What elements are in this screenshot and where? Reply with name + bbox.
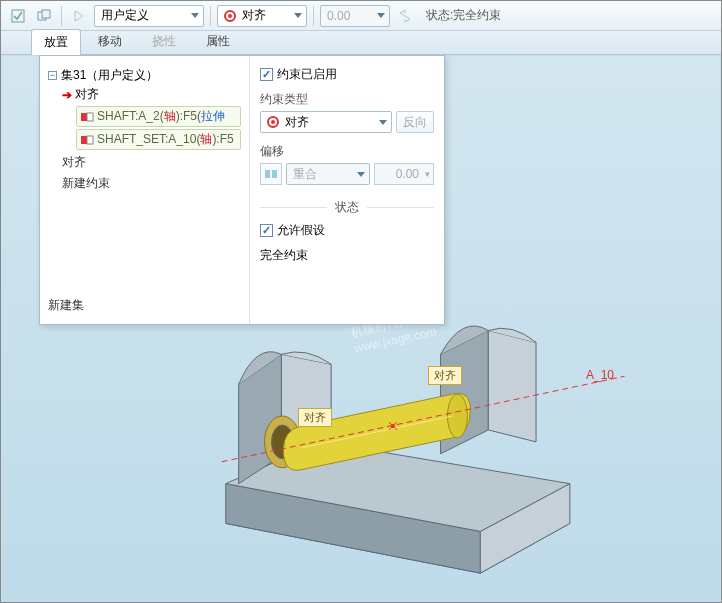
reference-2[interactable]: SHAFT_SET:A_10(轴):F5 [76,129,241,150]
svg-rect-22 [87,136,93,144]
axis-label: A_10 [586,368,614,382]
ref-text: SHAFT_SET:A_10(轴):F5 [97,131,234,148]
tree-item-align[interactable]: 对齐 [62,152,241,173]
align-icon [267,116,279,128]
constraint-tree: − 集31（用户定义） ➔ 对齐 SHAFT:A_2(轴):F5(拉伸 SHAF… [48,66,241,194]
tab-properties[interactable]: 属性 [193,28,243,54]
ref-icon [80,110,94,124]
checkbox-icon: ✓ [260,224,273,237]
svg-rect-24 [272,170,277,178]
new-set-link[interactable]: 新建集 [48,289,241,314]
tab-placement[interactable]: 放置 [31,29,81,55]
combo-text: 用户定义 [101,7,149,24]
chevron-down-icon [377,13,385,18]
constraint-type-combo[interactable]: 对齐 [260,111,392,133]
constraint-tag-1[interactable]: 对齐 [298,408,332,427]
collapse-icon[interactable]: − [48,71,57,80]
separator [61,6,62,26]
chevron-down-icon [191,13,199,18]
separator [313,6,314,26]
active-arrow-icon: ➔ [62,88,72,102]
combo-text: 对齐 [242,7,266,24]
offset-type-icon [260,163,282,185]
svg-rect-0 [12,10,24,22]
ref-text: SHAFT:A_2(轴):F5(拉伸 [97,108,225,125]
num-text: 0.00 [327,9,350,23]
toolbar-btn-2[interactable] [33,5,55,27]
svg-line-3 [400,13,410,19]
chevron-down-icon [357,172,365,177]
panel-left: − 集31（用户定义） ➔ 对齐 SHAFT:A_2(轴):F5(拉伸 SHAF… [40,56,250,324]
svg-rect-2 [42,10,50,18]
offset-value-input: 0.00 [374,163,434,185]
tab-move[interactable]: 移动 [85,28,135,54]
ref-icon [80,133,94,147]
svg-rect-21 [81,136,87,144]
chevron-down-icon [294,13,302,18]
toolbar: 用户定义 对齐 0.00 状态:完全约束 [1,1,721,31]
tree-item-label: 对齐 [75,86,99,103]
toolbar-btn-play[interactable] [68,5,90,27]
status-label: 状态:完全约束 [426,7,501,24]
toolbar-btn-1[interactable] [7,5,29,27]
offset-combo: 重合 [286,163,370,185]
checkbox-icon: ✓ [260,68,273,81]
state-header: 状态 [260,199,434,216]
offset-label: 偏移 [260,143,434,160]
checkbox-label: 约束已启用 [277,66,337,83]
reverse-button[interactable]: 反向 [396,111,434,133]
tree-item-new-constraint[interactable]: 新建约束 [62,173,241,194]
constraint-type-label: 约束类型 [260,91,434,108]
reference-1[interactable]: SHAFT:A_2(轴):F5(拉伸 [76,106,241,127]
align-combo[interactable]: 对齐 [217,5,307,27]
combo-text: 重合 [293,166,317,183]
offset-value-input: 0.00 [320,5,390,27]
tree-active-item[interactable]: ➔ 对齐 [62,85,241,104]
placement-panel: − 集31（用户定义） ➔ 对齐 SHAFT:A_2(轴):F5(拉伸 SHAF… [39,55,445,325]
panel-right: ✓ 约束已启用 约束类型 对齐 反向 偏移 重合 0.00 状态 [250,56,444,324]
toolbar-btn-flip[interactable] [394,5,416,27]
chevron-down-icon [379,120,387,125]
align-icon [224,10,236,22]
constraint-tag-2[interactable]: 对齐 [428,366,462,385]
svg-rect-20 [87,113,93,121]
tree-root-node[interactable]: − 集31（用户定义） [48,66,241,85]
combo-text: 对齐 [285,114,309,131]
allow-assume-row[interactable]: ✓ 允许假设 [260,222,434,239]
tree-root-label: 集31（用户定义） [61,67,158,84]
svg-marker-13 [488,330,536,441]
full-constraint-text: 完全约束 [260,247,434,264]
tab-bar: 放置 移动 挠性 属性 [1,31,721,55]
constraint-enabled-row[interactable]: ✓ 约束已启用 [260,66,434,83]
svg-rect-19 [81,113,87,121]
svg-rect-23 [265,170,270,178]
checkbox-label: 允许假设 [277,222,325,239]
separator [210,6,211,26]
constraint-set-combo[interactable]: 用户定义 [94,5,204,27]
tab-flex: 挠性 [139,28,189,54]
